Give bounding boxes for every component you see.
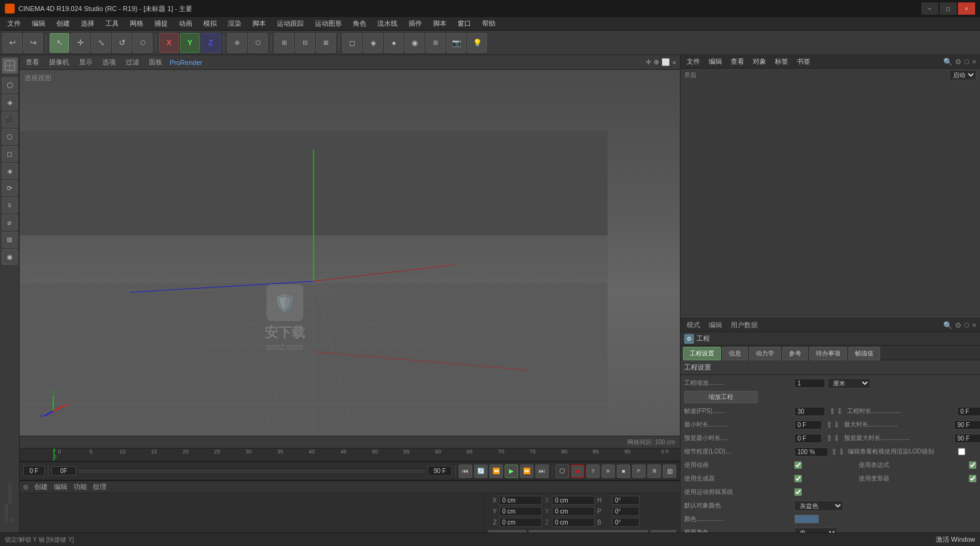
panel-icon[interactable]: ⬡ — [964, 58, 970, 65]
sidebar-tool-3[interactable]: ⬛ — [2, 112, 18, 127]
light-mode-button[interactable]: 💡 — [467, 33, 487, 53]
min-time-input[interactable] — [794, 420, 822, 430]
menu-plugin[interactable]: 插件 — [404, 18, 427, 29]
use-motion-checkbox[interactable] — [794, 488, 802, 496]
bottom-tab-edit[interactable]: 编辑 — [51, 481, 70, 493]
maximize-button[interactable]: □ — [940, 2, 957, 15]
timeline-marker-btn[interactable]: ⊞ — [647, 464, 661, 478]
sidebar-tool-5[interactable]: ◻ — [2, 146, 18, 162]
menu-render[interactable]: 渲染 — [223, 18, 246, 29]
undo-button[interactable]: ↩ — [2, 33, 22, 53]
lod-checkbox[interactable] — [958, 448, 965, 455]
current-frame-display[interactable]: 0 F — [23, 466, 45, 476]
select-tool-button[interactable]: ↖ — [50, 33, 69, 53]
minimize-button[interactable]: − — [921, 2, 938, 15]
props-search-icon[interactable]: 🔍 — [943, 321, 952, 330]
obj-menu-bookmark[interactable]: 书签 — [794, 56, 813, 67]
vp-tab-prorender[interactable]: ProRender — [170, 59, 202, 66]
timeline-ruler[interactable]: 0 0 5 10 15 20 25 30 35 40 45 50 55 — [20, 448, 680, 461]
viewport[interactable]: 透视视图 Y Z X 🛡️ 安下载 anxz.com — [20, 70, 680, 436]
z-axis-button[interactable]: Z — [201, 33, 221, 53]
y-size-input[interactable] — [552, 507, 595, 516]
props-menu-mode[interactable]: 模式 — [684, 319, 703, 331]
frame-input[interactable] — [51, 466, 76, 476]
bottom-tab-create[interactable]: 创建 — [32, 481, 50, 493]
menu-script2[interactable]: 脚本 — [428, 18, 451, 29]
props-content[interactable]: 工程缩放......... 厘米 米 毫米 缩放工程 帧速(FPS)......… — [680, 375, 980, 546]
obj-close-icon[interactable]: × — [972, 58, 976, 66]
default-color-select[interactable]: 灰盆色 — [794, 501, 843, 511]
menu-simulate[interactable]: 模拟 — [198, 18, 222, 29]
obj-menu-edit[interactable]: 编辑 — [706, 56, 725, 67]
scale-input[interactable] — [794, 379, 825, 388]
record-button[interactable]: ● — [571, 464, 584, 478]
bottom-tab-functions[interactable]: 功能 — [71, 481, 89, 493]
settings-icon[interactable]: ⚙ — [955, 58, 962, 66]
props-subtab-frame[interactable]: 帧描值 — [848, 347, 880, 360]
pose-btn[interactable]: P — [632, 464, 646, 478]
mode-btn-1[interactable]: ⬡ — [556, 464, 569, 478]
menu-select[interactable]: 选择 — [76, 18, 99, 29]
props-subtab-todo[interactable]: 待办事项 — [809, 347, 847, 360]
max-time-input[interactable] — [954, 420, 980, 430]
redo-button[interactable]: ↪ — [23, 33, 43, 53]
search-icon[interactable]: 🔍 — [943, 58, 952, 66]
grid-mode-button[interactable]: ⊞ — [426, 33, 445, 53]
obj-menu-tag[interactable]: 标签 — [772, 56, 791, 67]
step-back-button[interactable]: ⏪ — [489, 464, 503, 478]
obj-menu-object[interactable]: 对象 — [750, 56, 769, 67]
step-forward-button[interactable]: ⏩ — [520, 464, 533, 478]
menu-create[interactable]: 创建 — [51, 18, 75, 29]
color-swatch[interactable] — [794, 515, 819, 523]
fps-input[interactable] — [794, 407, 825, 416]
use-deformer-checkbox[interactable] — [969, 475, 976, 482]
menu-mograph[interactable]: 运动图形 — [310, 18, 347, 29]
vp-tab-view[interactable]: 查看 — [23, 56, 42, 68]
close-button[interactable]: × — [958, 2, 975, 15]
vp-tab-options[interactable]: 选项 — [100, 56, 118, 68]
render-button[interactable]: ⊟ — [295, 33, 315, 53]
menu-pipeline[interactable]: 流水线 — [372, 18, 402, 29]
sphere-mode-button[interactable]: ● — [384, 33, 404, 53]
menu-help[interactable]: 帮助 — [477, 18, 500, 29]
rotate-tool-button[interactable]: ↺ — [112, 33, 132, 53]
menu-script[interactable]: 脚本 — [247, 18, 271, 29]
object-tool-button[interactable]: ⬡ — [133, 33, 153, 53]
vp-tab-camera[interactable]: 摄像机 — [47, 56, 72, 68]
camera-mode-button[interactable]: 📷 — [447, 33, 466, 53]
vp-close-icon[interactable]: × — [673, 59, 676, 66]
menu-animate[interactable]: 动画 — [174, 18, 197, 29]
props-menu-edit[interactable]: 编辑 — [706, 319, 725, 331]
preview-min-input[interactable] — [794, 434, 822, 443]
keyframe-btn[interactable]: ■ — [617, 464, 630, 478]
menu-edit[interactable]: 编辑 — [27, 18, 50, 29]
object-axis-button[interactable]: ⬡ — [248, 33, 268, 53]
playback-option-btn[interactable]: ▥ — [663, 464, 676, 478]
texture-mode-button[interactable]: ◈ — [363, 33, 383, 53]
sidebar-tool-2[interactable]: ◈ — [2, 94, 18, 110]
world-axis-button[interactable]: ⊕ — [227, 33, 247, 53]
menu-motion-track[interactable]: 运动跟踪 — [272, 18, 309, 29]
sidebar-tool-9[interactable]: ⌀ — [2, 214, 18, 230]
sidebar-tool-10[interactable]: ⊞ — [2, 232, 18, 248]
x-pos-input[interactable] — [499, 496, 542, 505]
time-max-input[interactable] — [957, 407, 980, 416]
y-axis-button[interactable]: Y — [180, 33, 200, 53]
render-view-button[interactable]: ⊠ — [316, 33, 336, 53]
scale-unit-select[interactable]: 厘米 米 毫米 — [827, 378, 870, 389]
vp-maximize-icon[interactable]: ⬜ — [662, 58, 670, 66]
menu-window[interactable]: 窗口 — [453, 18, 476, 29]
props-menu-userdata[interactable]: 用户数据 — [728, 319, 760, 331]
use-animation-checkbox[interactable] — [794, 461, 802, 469]
vp-tab-panel[interactable]: 面板 — [146, 56, 165, 68]
b-rot-input[interactable] — [612, 518, 639, 527]
perspective-mode-button[interactable]: ◻ — [342, 33, 362, 53]
lod-input[interactable] — [794, 447, 828, 457]
y-pos-input[interactable] — [499, 507, 542, 516]
loop-button[interactable]: 🔄 — [474, 464, 488, 478]
timeline-progress-bar[interactable] — [79, 470, 424, 472]
scale-project-button[interactable]: 缩放工程 — [684, 391, 758, 403]
autokey-button[interactable]: ? — [586, 464, 600, 478]
menu-tools[interactable]: 工具 — [100, 18, 124, 29]
motion-btn[interactable]: ✳ — [601, 464, 615, 478]
